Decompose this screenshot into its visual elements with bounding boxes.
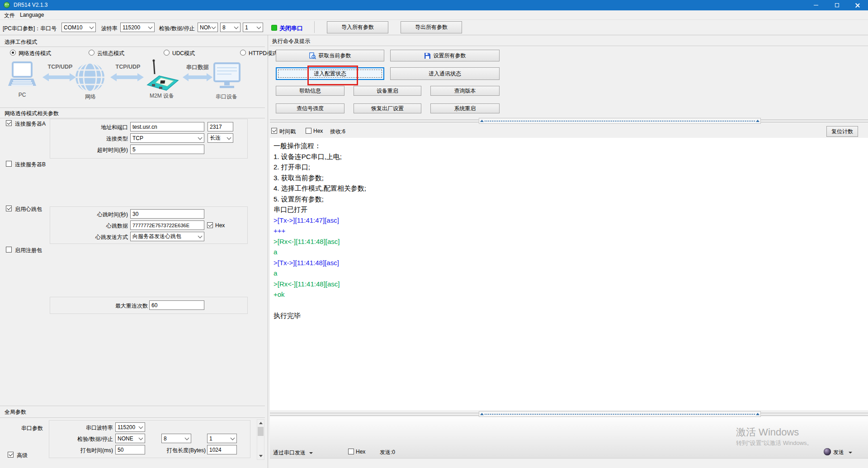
reconnect-label: 最大重连次数 [90, 302, 148, 310]
serial-device-icon [213, 62, 241, 91]
log-hex-checkbox[interactable] [306, 128, 311, 134]
log-line [274, 300, 868, 311]
radio-httpd-label[interactable]: HTTPD模式 [249, 50, 278, 57]
radio-net-transparent[interactable] [10, 50, 16, 56]
sent-count: 发送:0 [380, 449, 395, 456]
regpack-checkbox[interactable] [6, 247, 12, 253]
g-baud-select[interactable]: 115200 [115, 422, 145, 432]
databits-select[interactable]: 8 [220, 23, 241, 32]
packlen-input[interactable]: 1024 [207, 445, 237, 454]
close-icon [855, 3, 860, 8]
chevron-down-icon [139, 435, 143, 440]
timeout-input[interactable]: 5 [130, 145, 204, 154]
regpack-label[interactable]: 启用注册包 [15, 247, 42, 254]
enter-comm-button[interactable]: 进入通讯状态 [390, 67, 500, 80]
hb-data-input[interactable]: 7777772E7573722E636E [130, 220, 204, 230]
get-params-icon [309, 52, 316, 59]
device-reboot-button[interactable]: 设备重启 [354, 86, 421, 96]
radio-net-transparent-label[interactable]: 网络透传模式 [19, 50, 51, 57]
close-port-button[interactable]: 关闭串口 [279, 24, 303, 33]
stopbits-select[interactable]: 1 [243, 23, 263, 32]
query-signal-button[interactable]: 查信号强度 [276, 103, 344, 113]
g-databits-select[interactable]: 8 [161, 434, 191, 443]
set-params-button[interactable]: 设置所有参数 [390, 50, 500, 61]
keepalive-select[interactable]: 长连 [208, 133, 233, 143]
port-open-indicator [271, 25, 277, 31]
maximize-button[interactable] [826, 0, 847, 10]
radio-httpd[interactable] [240, 50, 246, 56]
link-label-serialdata: 串口数据 [186, 64, 209, 71]
hb-mode-select[interactable]: 向服务器发送心跳包 [130, 232, 204, 241]
server-a-label[interactable]: 连接服务器A [15, 120, 46, 128]
heartbeat-label[interactable]: 启用心跳包 [15, 206, 42, 213]
timestamp-label[interactable]: 时间戳 [279, 128, 296, 136]
pc-icon [7, 61, 37, 91]
hb-hex-label[interactable]: Hex [215, 222, 225, 229]
splitter-handle[interactable] [479, 118, 761, 124]
server-addr-input[interactable]: test.usr.cn [130, 122, 204, 131]
radio-udc[interactable] [164, 50, 170, 56]
menu-file[interactable]: 文件 [4, 12, 15, 19]
splitter-arrow-icon [756, 120, 760, 122]
get-params-button[interactable]: 获取当前参数 [276, 50, 384, 61]
send-button[interactable]: 发送 [833, 449, 852, 456]
arrow-icon [183, 73, 212, 83]
server-b-label[interactable]: 连接服务器B [15, 161, 46, 168]
radio-cloud-label[interactable]: 云组态模式 [97, 50, 124, 57]
server-port-input[interactable]: 2317 [208, 122, 233, 131]
radio-cloud[interactable] [89, 50, 94, 56]
hb-time-input[interactable]: 30 [130, 209, 204, 219]
g-parity-select[interactable]: NONE [115, 434, 145, 443]
log-hex-label[interactable]: Hex [313, 128, 323, 134]
splitter-handle[interactable] [479, 411, 761, 417]
g-stopbits-select[interactable]: 1 [207, 434, 237, 443]
minimize-button[interactable] [806, 0, 826, 10]
log-line: 1. 设备连PC串口,上电; [274, 151, 868, 162]
log-area[interactable]: 一般操作流程：1. 设备连PC串口,上电;2. 打开串口;3. 获取当前参数;4… [270, 138, 868, 410]
heartbeat-checkbox[interactable] [6, 206, 12, 211]
baud-select[interactable]: 115200 [120, 23, 155, 32]
radio-udc-label[interactable]: UDC模式 [172, 50, 195, 57]
chevron-down-icon [234, 24, 239, 29]
global-scrollbar[interactable] [257, 419, 264, 460]
log-line: 4. 选择工作模式,配置相关参数; [274, 183, 868, 194]
recv-count: 接收:6 [330, 128, 345, 136]
close-button[interactable] [847, 0, 868, 10]
import-params-button[interactable]: 导入所有参数 [327, 21, 388, 33]
server-b-checkbox[interactable] [6, 161, 12, 167]
query-version-button[interactable]: 查询版本 [430, 86, 500, 96]
menu-language[interactable]: Language [20, 12, 44, 18]
packtime-input[interactable]: 50 [115, 445, 145, 454]
factory-reset-button[interactable]: 恢复出厂设置 [354, 103, 421, 113]
help-info-button[interactable]: 帮助信息 [276, 86, 344, 96]
g-baud-label: 串口波特率 [59, 424, 113, 432]
reset-count-button[interactable]: 复位计数 [826, 126, 858, 137]
minimize-icon [814, 5, 818, 5]
hb-time-label: 心跳时间(秒) [68, 211, 128, 219]
advanced-checkbox[interactable] [8, 452, 14, 458]
send-hex-checkbox[interactable] [348, 449, 354, 454]
scroll-down-icon[interactable] [259, 455, 263, 457]
hb-hex-checkbox[interactable] [207, 222, 213, 228]
com-port-select[interactable]: COM10 [61, 23, 96, 32]
send-hex-label[interactable]: Hex [356, 449, 365, 455]
status-strip [270, 459, 868, 468]
advanced-label[interactable]: 高级 [17, 452, 28, 459]
export-params-button[interactable]: 导出所有参数 [401, 21, 462, 33]
log-line: 3. 获取当前参数; [274, 173, 868, 183]
server-a-checkbox[interactable] [6, 120, 12, 126]
conn-type-select[interactable]: TCP [130, 133, 204, 143]
enter-config-button[interactable]: 进入配置状态 [276, 67, 384, 80]
chevron-down-icon [231, 435, 235, 440]
scroll-up-icon[interactable] [259, 422, 263, 424]
parity-select[interactable]: NONI [198, 23, 218, 32]
scrollbar-thumb[interactable] [258, 427, 264, 436]
baud-label: 波特率 [101, 25, 118, 33]
timestamp-checkbox[interactable] [271, 128, 277, 134]
toolbar-separator [314, 21, 315, 33]
chevron-down-icon [139, 424, 143, 429]
send-via-serial[interactable]: 通过串口发送 [273, 449, 313, 457]
reconnect-input[interactable]: 60 [149, 300, 204, 310]
system-reboot-button[interactable]: 系统重启 [430, 103, 500, 113]
log-line: 串口已打开 [274, 204, 868, 215]
